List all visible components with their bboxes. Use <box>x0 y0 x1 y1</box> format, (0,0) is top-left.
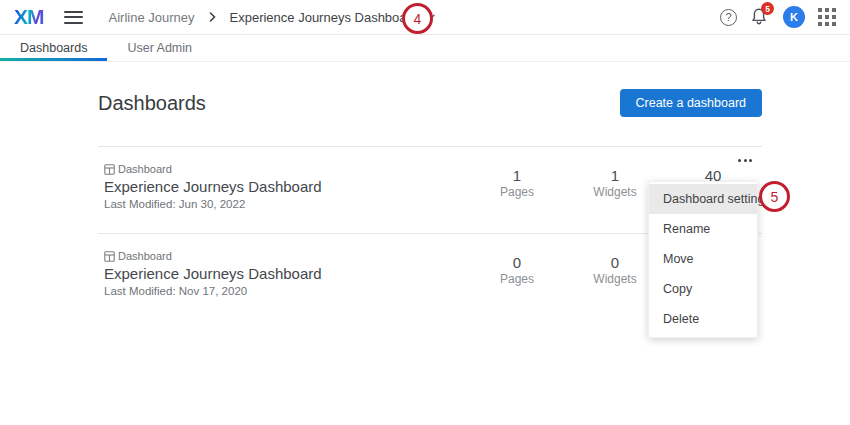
notifications-button[interactable]: 5 <box>750 7 770 27</box>
dashboard-icon <box>104 164 115 175</box>
row-type-label: Dashboard <box>118 250 172 262</box>
menu-item-copy[interactable]: Copy <box>649 274 757 304</box>
apps-grid-icon[interactable] <box>818 8 836 26</box>
menu-item-delete[interactable]: Delete <box>649 304 757 334</box>
row-title[interactable]: Experience Journeys Dashboard <box>104 178 468 195</box>
row-info: Dashboard Experience Journeys Dashboard … <box>104 250 468 297</box>
menu-item-move[interactable]: Move <box>649 244 757 274</box>
row-last-modified: Last Modified: Jun 30, 2022 <box>104 198 468 210</box>
dashboard-icon <box>104 251 115 262</box>
create-dashboard-button[interactable]: Create a dashboard <box>620 89 763 117</box>
tab-dashboards[interactable]: Dashboards <box>0 35 107 61</box>
annotation-step-4: 4 <box>402 3 433 34</box>
stat-pages: 0 Pages <box>468 254 566 286</box>
breadcrumb-parent[interactable]: Airline Journey <box>109 10 195 25</box>
topbar-actions: ? 5 K <box>720 6 836 28</box>
page-title: Dashboards <box>98 92 206 115</box>
row-meta: Dashboard <box>104 250 468 262</box>
kebab-menu-icon[interactable] <box>734 155 756 166</box>
breadcrumb: Airline Journey Experience Journeys Dash… <box>109 10 436 25</box>
row-info: Dashboard Experience Journeys Dashboard … <box>104 163 468 210</box>
xm-logo: XM <box>14 5 44 29</box>
help-icon[interactable]: ? <box>720 9 737 26</box>
stat-pages-label: Pages <box>468 185 566 199</box>
stat-pages: 1 Pages <box>468 167 566 199</box>
stat-pages-value: 1 <box>468 167 566 184</box>
annotation-step-5: 5 <box>759 181 790 212</box>
notification-badge: 5 <box>761 2 774 15</box>
row-title[interactable]: Experience Journeys Dashboard <box>104 265 468 282</box>
avatar[interactable]: K <box>783 6 805 28</box>
tab-user-admin[interactable]: User Admin <box>107 35 212 61</box>
row-last-modified: Last Modified: Nov 17, 2020 <box>104 285 468 297</box>
menu-item-dashboard-settings[interactable]: Dashboard settings <box>649 184 757 214</box>
top-bar: XM Airline Journey Experience Journeys D… <box>0 0 850 35</box>
row-context-menu: Dashboard settings Rename Move Copy Dele… <box>648 181 758 338</box>
stat-pages-value: 0 <box>468 254 566 271</box>
hamburger-menu-icon[interactable] <box>64 11 83 24</box>
tab-bar: Dashboards User Admin <box>0 35 850 62</box>
breadcrumb-current[interactable]: Experience Journeys Dashboard <box>230 10 419 25</box>
row-meta: Dashboard <box>104 163 468 175</box>
row-type-label: Dashboard <box>118 163 172 175</box>
stat-pages-label: Pages <box>468 272 566 286</box>
page-header: Dashboards Create a dashboard <box>98 89 762 117</box>
chevron-right-icon <box>209 12 216 22</box>
menu-item-rename[interactable]: Rename <box>649 214 757 244</box>
